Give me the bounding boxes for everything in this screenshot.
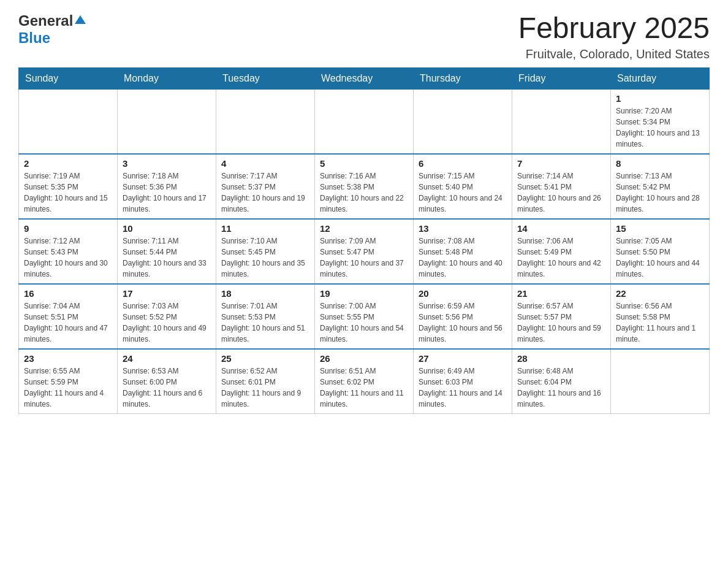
day-number: 14 — [517, 223, 605, 234]
weekday-header-row: Sunday Monday Tuesday Wednesday Thursday… — [19, 67, 710, 89]
day-number: 16 — [24, 288, 112, 299]
day-info: Sunrise: 7:01 AMSunset: 5:53 PMDaylight:… — [221, 301, 309, 345]
header-friday: Friday — [512, 67, 611, 89]
page-header: General Blue February 2025 Fruitvale, Co… — [18, 12, 710, 61]
table-row: 15Sunrise: 7:05 AMSunset: 5:50 PMDayligh… — [611, 219, 710, 284]
header-sunday: Sunday — [19, 67, 118, 89]
day-number: 15 — [616, 223, 704, 234]
day-info: Sunrise: 7:17 AMSunset: 5:37 PMDaylight:… — [221, 170, 309, 215]
table-row: 23Sunrise: 6:55 AMSunset: 5:59 PMDayligh… — [19, 349, 118, 414]
table-row: 19Sunrise: 7:00 AMSunset: 5:55 PMDayligh… — [315, 284, 414, 349]
day-info: Sunrise: 6:59 AMSunset: 5:56 PMDaylight:… — [419, 301, 507, 345]
table-row — [414, 89, 512, 154]
table-row — [512, 89, 611, 154]
day-number: 20 — [419, 288, 507, 299]
table-row: 17Sunrise: 7:03 AMSunset: 5:52 PMDayligh… — [118, 284, 216, 349]
table-row: 2Sunrise: 7:19 AMSunset: 5:35 PMDaylight… — [19, 154, 118, 219]
day-info: Sunrise: 7:13 AMSunset: 5:42 PMDaylight:… — [616, 170, 704, 215]
table-row: 10Sunrise: 7:11 AMSunset: 5:44 PMDayligh… — [118, 219, 216, 284]
table-row: 4Sunrise: 7:17 AMSunset: 5:37 PMDaylight… — [216, 154, 315, 219]
table-row — [19, 89, 118, 154]
day-info: Sunrise: 7:14 AMSunset: 5:41 PMDaylight:… — [517, 170, 605, 215]
table-row: 28Sunrise: 6:48 AMSunset: 6:04 PMDayligh… — [512, 349, 611, 414]
day-info: Sunrise: 7:16 AMSunset: 5:38 PMDaylight:… — [320, 170, 408, 215]
table-row: 24Sunrise: 6:53 AMSunset: 6:00 PMDayligh… — [118, 349, 216, 414]
header-tuesday: Tuesday — [216, 67, 315, 89]
day-info: Sunrise: 7:19 AMSunset: 5:35 PMDaylight:… — [24, 170, 112, 215]
day-number: 22 — [616, 288, 704, 299]
day-number: 7 — [517, 158, 605, 169]
day-number: 23 — [24, 353, 112, 364]
day-info: Sunrise: 7:18 AMSunset: 5:36 PMDaylight:… — [123, 170, 211, 215]
day-info: Sunrise: 6:57 AMSunset: 5:57 PMDaylight:… — [517, 301, 605, 345]
header-wednesday: Wednesday — [315, 67, 414, 89]
calendar-week-row: 9Sunrise: 7:12 AMSunset: 5:43 PMDaylight… — [19, 219, 710, 284]
table-row: 27Sunrise: 6:49 AMSunset: 6:03 PMDayligh… — [414, 349, 512, 414]
day-info: Sunrise: 6:48 AMSunset: 6:04 PMDaylight:… — [517, 366, 605, 410]
table-row: 12Sunrise: 7:09 AMSunset: 5:47 PMDayligh… — [315, 219, 414, 284]
table-row: 14Sunrise: 7:06 AMSunset: 5:49 PMDayligh… — [512, 219, 611, 284]
table-row — [611, 349, 710, 414]
header-saturday: Saturday — [611, 67, 710, 89]
calendar-week-row: 1Sunrise: 7:20 AMSunset: 5:34 PMDaylight… — [19, 89, 710, 154]
day-number: 8 — [616, 158, 704, 169]
day-number: 5 — [320, 158, 408, 169]
day-info: Sunrise: 7:20 AMSunset: 5:34 PMDaylight:… — [616, 105, 704, 150]
day-info: Sunrise: 7:12 AMSunset: 5:43 PMDaylight:… — [24, 236, 112, 280]
logo-blue-text: Blue — [18, 29, 50, 46]
table-row — [315, 89, 414, 154]
day-info: Sunrise: 6:52 AMSunset: 6:01 PMDaylight:… — [221, 366, 309, 410]
day-info: Sunrise: 7:11 AMSunset: 5:44 PMDaylight:… — [123, 236, 211, 280]
day-number: 24 — [123, 353, 211, 364]
table-row: 22Sunrise: 6:56 AMSunset: 5:58 PMDayligh… — [611, 284, 710, 349]
header-monday: Monday — [118, 67, 216, 89]
day-info: Sunrise: 7:05 AMSunset: 5:50 PMDaylight:… — [616, 236, 704, 280]
logo: General Blue — [18, 12, 86, 47]
day-number: 11 — [221, 223, 309, 234]
calendar-week-row: 16Sunrise: 7:04 AMSunset: 5:51 PMDayligh… — [19, 284, 710, 349]
day-number: 4 — [221, 158, 309, 169]
location-subtitle: Fruitvale, Colorado, United States — [518, 47, 710, 61]
day-number: 10 — [123, 223, 211, 234]
calendar-week-row: 23Sunrise: 6:55 AMSunset: 5:59 PMDayligh… — [19, 349, 710, 414]
day-info: Sunrise: 7:08 AMSunset: 5:48 PMDaylight:… — [419, 236, 507, 280]
day-info: Sunrise: 6:49 AMSunset: 6:03 PMDaylight:… — [419, 366, 507, 410]
table-row: 20Sunrise: 6:59 AMSunset: 5:56 PMDayligh… — [414, 284, 512, 349]
day-info: Sunrise: 7:15 AMSunset: 5:40 PMDaylight:… — [419, 170, 507, 215]
day-number: 6 — [419, 158, 507, 169]
day-number: 25 — [221, 353, 309, 364]
day-number: 2 — [24, 158, 112, 169]
table-row: 8Sunrise: 7:13 AMSunset: 5:42 PMDaylight… — [611, 154, 710, 219]
table-row: 18Sunrise: 7:01 AMSunset: 5:53 PMDayligh… — [216, 284, 315, 349]
table-row: 1Sunrise: 7:20 AMSunset: 5:34 PMDaylight… — [611, 89, 710, 154]
day-number: 3 — [123, 158, 211, 169]
table-row: 9Sunrise: 7:12 AMSunset: 5:43 PMDaylight… — [19, 219, 118, 284]
logo-flag-icon — [75, 14, 86, 28]
day-number: 18 — [221, 288, 309, 299]
table-row: 21Sunrise: 6:57 AMSunset: 5:57 PMDayligh… — [512, 284, 611, 349]
table-row: 25Sunrise: 6:52 AMSunset: 6:01 PMDayligh… — [216, 349, 315, 414]
day-number: 27 — [419, 353, 507, 364]
day-number: 1 — [616, 93, 704, 104]
day-number: 17 — [123, 288, 211, 299]
table-row — [118, 89, 216, 154]
day-info: Sunrise: 7:09 AMSunset: 5:47 PMDaylight:… — [320, 236, 408, 280]
table-row: 16Sunrise: 7:04 AMSunset: 5:51 PMDayligh… — [19, 284, 118, 349]
day-info: Sunrise: 7:06 AMSunset: 5:49 PMDaylight:… — [517, 236, 605, 280]
table-row: 7Sunrise: 7:14 AMSunset: 5:41 PMDaylight… — [512, 154, 611, 219]
day-number: 13 — [419, 223, 507, 234]
logo-general-text: General — [18, 12, 73, 29]
svg-marker-0 — [75, 15, 86, 24]
table-row: 3Sunrise: 7:18 AMSunset: 5:36 PMDaylight… — [118, 154, 216, 219]
table-row: 13Sunrise: 7:08 AMSunset: 5:48 PMDayligh… — [414, 219, 512, 284]
day-info: Sunrise: 7:10 AMSunset: 5:45 PMDaylight:… — [221, 236, 309, 280]
day-info: Sunrise: 6:53 AMSunset: 6:00 PMDaylight:… — [123, 366, 211, 410]
day-number: 19 — [320, 288, 408, 299]
day-info: Sunrise: 7:04 AMSunset: 5:51 PMDaylight:… — [24, 301, 112, 345]
header-thursday: Thursday — [414, 67, 512, 89]
calendar-table: Sunday Monday Tuesday Wednesday Thursday… — [18, 67, 710, 414]
table-row — [216, 89, 315, 154]
day-number: 12 — [320, 223, 408, 234]
day-number: 21 — [517, 288, 605, 299]
day-info: Sunrise: 7:03 AMSunset: 5:52 PMDaylight:… — [123, 301, 211, 345]
